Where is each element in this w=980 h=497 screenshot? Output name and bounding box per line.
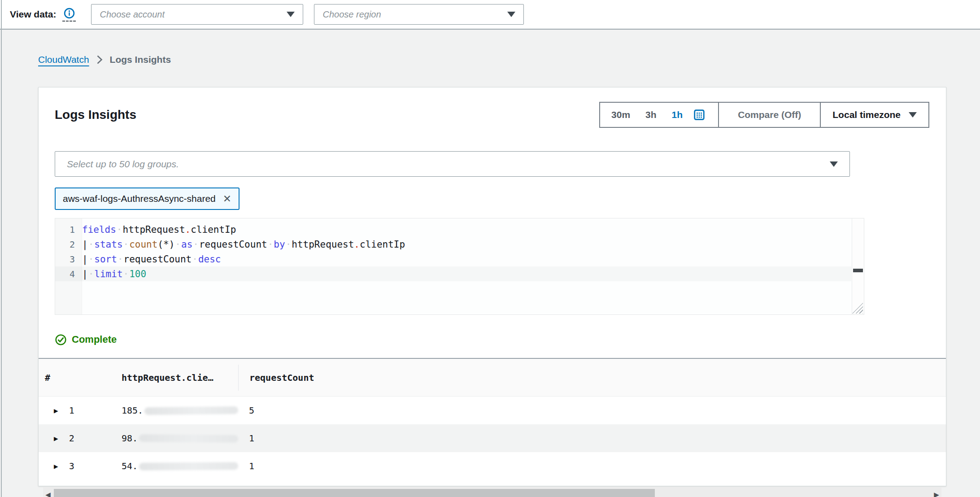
check-circle-icon <box>55 334 67 346</box>
log-group-placeholder: Select up to 50 log groups. <box>67 159 179 170</box>
time-range-group: 30m 3h 1h <box>599 102 719 128</box>
ip-prefix: 54. <box>122 461 138 471</box>
results-header: # httpRequest.clie… requestCount <box>39 359 946 397</box>
request-count-cell: 5 <box>238 405 946 416</box>
row-index: 2 <box>69 433 74 444</box>
account-select[interactable]: Choose account <box>91 4 303 25</box>
code-line[interactable]: 4|·limit·100 <box>55 266 851 281</box>
redacted-ip-smudge <box>139 434 238 443</box>
page-title: Logs Insights <box>55 108 136 122</box>
region-select[interactable]: Choose region <box>314 4 524 25</box>
view-data-label: View data: <box>10 9 56 20</box>
line-number: 4 <box>55 269 82 279</box>
compare-button[interactable]: Compare (Off) <box>718 102 821 128</box>
logs-insights-card: Logs Insights 30m 3h 1h <box>38 87 946 486</box>
breadcrumb: CloudWatch Logs Insights <box>38 53 980 66</box>
row-index: 3 <box>69 461 74 471</box>
table-row: ▶354.1 <box>39 452 946 480</box>
breadcrumb-cloudwatch-link[interactable]: CloudWatch <box>38 54 89 65</box>
column-header-index[interactable]: # <box>39 372 117 383</box>
client-ip-cell: 98. <box>117 433 238 444</box>
window-left-edge <box>1 0 2 497</box>
query-lines: 1fields·httpRequest.clientIp2|·stats·cou… <box>55 222 851 281</box>
time-range-1h[interactable]: 1h <box>664 109 691 120</box>
log-group-select[interactable]: Select up to 50 log groups. <box>55 151 850 177</box>
info-icon[interactable] <box>62 7 76 22</box>
request-count-cell: 1 <box>238 433 946 444</box>
client-ip-cell: 185. <box>117 405 238 416</box>
view-data-bar: View data: Choose account Choose region <box>0 0 980 30</box>
log-group-token: aws-waf-logs-AuthressAsync-shared ✕ <box>55 187 240 210</box>
table-row: ▶298.1 <box>39 424 946 452</box>
row-index: 1 <box>69 405 74 416</box>
query-editor[interactable]: 1fields·httpRequest.clientIp2|·stats·cou… <box>55 218 864 315</box>
time-range-30m[interactable]: 30m <box>604 109 638 120</box>
column-header-requestcount[interactable]: requestCount <box>238 365 946 391</box>
expand-row-icon[interactable]: ▶ <box>54 462 58 471</box>
code-text: |·limit·100 <box>82 269 146 279</box>
results-table: # httpRequest.clie… requestCount ▶1185.5… <box>39 358 946 480</box>
code-line[interactable]: 1fields·httpRequest.clientIp <box>55 222 851 237</box>
request-count-cell: 1 <box>238 461 946 471</box>
code-line[interactable]: 3|·sort·requestCount·desc <box>55 252 851 266</box>
line-number: 1 <box>55 224 82 235</box>
horizontal-scrollbar[interactable]: ◀ ▶ <box>43 487 941 497</box>
code-text: |·sort·requestCount·desc <box>82 254 221 265</box>
code-text: |·stats·count(*)·as·requestCount·by·http… <box>82 239 405 250</box>
calendar-icon[interactable] <box>693 109 706 121</box>
info-dashed-underline <box>62 21 76 22</box>
breadcrumb-current: Logs Insights <box>110 54 171 65</box>
chevron-down-icon <box>830 161 838 167</box>
client-ip-cell: 54. <box>117 461 238 471</box>
results-rows: ▶1185.5▶298.1▶354.1 <box>39 397 946 480</box>
scroll-left-icon[interactable]: ◀ <box>43 491 53 497</box>
line-number: 2 <box>55 239 82 250</box>
region-placeholder: Choose region <box>322 9 381 20</box>
card-header: Logs Insights 30m 3h 1h <box>39 87 946 128</box>
chevron-down-icon <box>507 12 515 17</box>
code-text: fields·httpRequest.clientIp <box>82 224 236 235</box>
line-number: 3 <box>55 254 82 265</box>
scroll-right-icon[interactable]: ▶ <box>932 491 941 497</box>
time-controls: 30m 3h 1h Compare ( <box>599 102 929 128</box>
ip-prefix: 98. <box>122 433 138 444</box>
timezone-dropdown[interactable]: Local timezone <box>820 102 929 128</box>
table-row: ▶1185.5 <box>39 397 946 424</box>
chevron-down-icon <box>909 112 917 118</box>
remove-token-icon[interactable]: ✕ <box>223 194 231 204</box>
editor-vertical-scrollbar[interactable] <box>852 218 864 314</box>
cloudwatch-logs-insights-page: View data: Choose account Choose region … <box>0 0 980 497</box>
account-placeholder: Choose account <box>100 9 165 20</box>
log-group-token-label: aws-waf-logs-AuthressAsync-shared <box>63 193 216 204</box>
expand-row-icon[interactable]: ▶ <box>54 434 58 443</box>
status-label: Complete <box>72 334 117 345</box>
time-range-3h[interactable]: 3h <box>638 109 664 120</box>
ip-prefix: 185. <box>122 405 143 416</box>
query-status: Complete <box>55 333 946 346</box>
chevron-right-icon <box>96 55 103 65</box>
editor-scrollbar-thumb[interactable] <box>853 269 863 272</box>
column-header-clientip[interactable]: httpRequest.clie… <box>117 372 238 383</box>
scrollbar-thumb[interactable] <box>54 489 655 497</box>
redacted-ip-smudge <box>144 406 238 414</box>
code-line[interactable]: 2|·stats·count(*)·as·requestCount·by·htt… <box>55 237 851 252</box>
chevron-down-icon <box>287 12 295 17</box>
redacted-ip-smudge <box>139 462 238 471</box>
timezone-label: Local timezone <box>832 109 901 120</box>
log-group-token-row: aws-waf-logs-AuthressAsync-shared ✕ <box>55 187 946 210</box>
expand-row-icon[interactable]: ▶ <box>54 406 58 415</box>
